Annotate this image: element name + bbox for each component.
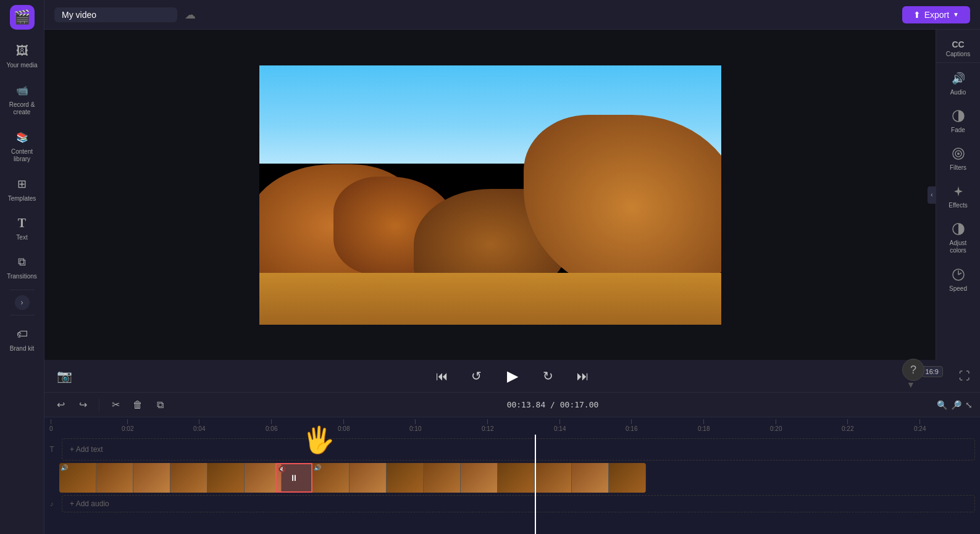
- sidebar-item-transitions[interactable]: ⧉ Transitions: [2, 248, 42, 285]
- sidebar-item-label: Record &create: [9, 101, 35, 116]
- export-dropdown-icon: ▼: [953, 11, 959, 18]
- clip-thumb-15[interactable]: [572, 463, 609, 493]
- export-button[interactable]: ⬆ Export ▼: [902, 6, 970, 23]
- undo-button[interactable]: ↩: [52, 396, 69, 414]
- skip-back-button[interactable]: ⏮: [432, 366, 452, 386]
- sidebar-item-templates[interactable]: ⊞ Templates: [2, 170, 42, 207]
- fullscreen-button[interactable]: ⛶: [959, 370, 970, 383]
- video-track-content[interactable]: 🔊 🔇 ⏸: [59, 462, 980, 494]
- clip-thumb-13[interactable]: [498, 463, 535, 493]
- clip-thumb-10[interactable]: [387, 463, 424, 493]
- export-label: Export: [924, 10, 949, 20]
- clip-thumb-8[interactable]: 🔊: [312, 463, 350, 493]
- help-button[interactable]: ?: [902, 359, 924, 381]
- ground-background: [259, 273, 721, 325]
- clip-thumb-14[interactable]: [535, 463, 572, 493]
- panel-chevron-down[interactable]: ▼: [889, 378, 933, 391]
- speed-panel-item[interactable]: Speed: [939, 262, 978, 297]
- clip-thumb-2[interactable]: [96, 463, 133, 493]
- project-title-input[interactable]: [54, 7, 177, 22]
- ruler-mark: 0:12: [482, 419, 493, 432]
- captions-label: Captions: [946, 51, 970, 57]
- timeline-tracks: T + Add text 🔊: [44, 435, 980, 534]
- right-panel-collapse[interactable]: ‹: [928, 186, 936, 204]
- duplicate-button[interactable]: ⧉: [151, 396, 169, 414]
- ruler-mark: 0:24: [914, 419, 926, 432]
- ruler-mark: 0: [49, 419, 53, 432]
- timeline-ruler: 00:020:040:060:080:100:120:140:160:180:2…: [44, 417, 980, 435]
- audio-panel-item[interactable]: 🔊 Audio: [939, 65, 978, 101]
- audio-track-row: ♪ + Add audio: [44, 494, 980, 514]
- adjust-colors-icon: [950, 221, 966, 237]
- clip-thumb-12[interactable]: [461, 463, 498, 493]
- delete-button[interactable]: 🗑: [129, 396, 146, 414]
- ruler-mark: 0:18: [698, 419, 710, 432]
- zoom-out-button[interactable]: 🔍: [937, 400, 947, 410]
- effects-icon: [950, 183, 966, 199]
- selected-clip-mute-icon: 🔇: [278, 465, 285, 472]
- fade-panel-item[interactable]: Fade: [939, 103, 978, 138]
- ruler-mark: 0:10: [409, 419, 421, 432]
- captions-panel-item[interactable]: CC Captions: [936, 35, 980, 63]
- rewind-button[interactable]: ↺: [467, 366, 487, 386]
- zoom-in-button[interactable]: 🔎: [951, 400, 961, 410]
- add-text-label: + Add text: [70, 445, 103, 454]
- audio-label: Audio: [950, 89, 966, 96]
- sidebar-divider: [10, 290, 35, 290]
- clip-group-right: 🔊: [312, 463, 646, 493]
- filters-icon: [950, 146, 966, 162]
- cut-button[interactable]: ✂: [107, 396, 124, 414]
- forward-button[interactable]: ↻: [538, 366, 558, 386]
- speed-icon: [950, 267, 966, 283]
- sidebar-item-label: Transitions: [7, 273, 37, 280]
- transitions-icon: ⧉: [14, 253, 31, 270]
- video-clip-strip[interactable]: 🔊 🔇 ⏸: [59, 463, 646, 493]
- sidebar-item-brand-kit[interactable]: 🏷 Brand kit: [2, 320, 42, 357]
- sidebar-item-content-library[interactable]: 📚 Contentlibrary: [2, 123, 42, 168]
- timeline-toolbar: ↩ ↪ ✂ 🗑 ⧉ 00:13.84 / 00:17.00 🔍 🔎 ⤡: [44, 393, 980, 417]
- effects-label: Effects: [949, 202, 967, 209]
- ruler-mark: 0:22: [842, 419, 853, 432]
- zoom-controls: 🔍 🔎 ⤡: [937, 400, 973, 410]
- redo-button[interactable]: ↪: [74, 396, 91, 414]
- speed-label: Speed: [949, 285, 967, 292]
- add-audio-button[interactable]: + Add audio: [62, 495, 975, 512]
- export-arrow-icon: ⬆: [913, 10, 921, 20]
- fade-icon: [950, 108, 966, 124]
- clip-thumb-9[interactable]: [350, 463, 387, 493]
- filters-label: Filters: [950, 164, 966, 171]
- play-button[interactable]: ▶: [501, 365, 524, 387]
- selected-clip[interactable]: 🔇 ⏸: [275, 463, 312, 493]
- sidebar-item-your-media[interactable]: 🖼 Your media: [2, 37, 42, 74]
- clip-thumb-4[interactable]: [170, 463, 207, 493]
- sidebar-item-record-create[interactable]: 📹 Record &create: [2, 77, 42, 121]
- adjust-colors-label: Adjustcolors: [950, 240, 967, 254]
- sidebar-item-text[interactable]: T Text: [2, 209, 42, 246]
- sidebar: 🎬 🖼 Your media 📹 Record &create 📚 Conten…: [0, 0, 44, 534]
- clip-audio-icon-8: 🔊: [314, 464, 321, 471]
- app-logo[interactable]: 🎬: [10, 5, 35, 30]
- filters-panel-item[interactable]: Filters: [939, 141, 978, 176]
- clip-thumb-3[interactable]: [133, 463, 170, 493]
- audio-icon: 🔊: [950, 70, 966, 86]
- fit-timeline-button[interactable]: ⤡: [965, 400, 973, 410]
- skip-forward-button[interactable]: ⏭: [573, 366, 593, 386]
- cloud-save-icon[interactable]: ☁: [185, 8, 196, 22]
- effects-panel-item[interactable]: Effects: [939, 178, 978, 214]
- ruler-mark: 0:16: [626, 419, 637, 432]
- sidebar-item-label: Your media: [6, 62, 37, 69]
- sidebar-item-label: Templates: [8, 195, 36, 202]
- clip-thumb-1[interactable]: 🔊: [59, 463, 96, 493]
- preview-section: [44, 30, 936, 360]
- ruler-mark: 0:14: [554, 419, 566, 432]
- add-text-button[interactable]: + Add text: [62, 438, 975, 461]
- clip-thumb-11[interactable]: [424, 463, 461, 493]
- adjust-colors-panel-item[interactable]: Adjustcolors: [939, 216, 978, 259]
- ruler-mark: 0:02: [122, 419, 133, 432]
- sidebar-expand[interactable]: ›: [15, 295, 30, 310]
- clip-thumb-16[interactable]: [609, 463, 646, 493]
- ruler-marks-container: 00:020:040:060:080:100:120:140:160:180:2…: [49, 417, 975, 435]
- clip-thumb-5[interactable]: [207, 463, 245, 493]
- aspect-ratio-badge[interactable]: 16:9: [921, 366, 943, 377]
- screenshot-button[interactable]: 📷: [54, 366, 74, 386]
